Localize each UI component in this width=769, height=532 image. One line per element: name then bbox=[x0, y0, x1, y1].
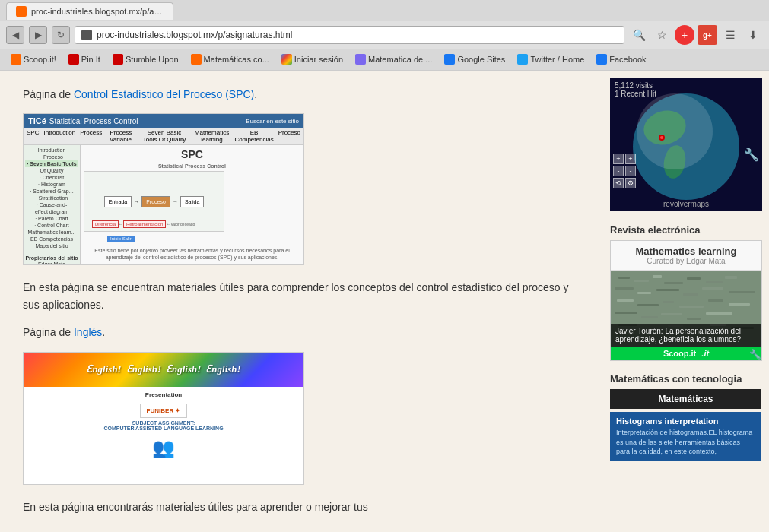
spc-nav-proceso: Proceso bbox=[278, 129, 300, 143]
revolver-label: revolvermaps bbox=[610, 200, 762, 208]
scoop-footer-dot: .it bbox=[701, 349, 709, 358]
arrow-right-1: → bbox=[134, 199, 139, 204]
scoop-card-image: Javier Tourón: La personalización del ap… bbox=[611, 271, 761, 347]
english-screenshot-container: Ɛnglish! Ɛnglish! Ɛnglish! Ɛnglish! Pres… bbox=[23, 352, 579, 485]
globe-tilt[interactable]: ⟲ bbox=[613, 178, 624, 188]
browser-chrome: proc-industriales.blogspot.mx/p/asignatu… bbox=[0, 0, 769, 71]
spc-nav-item-stratification[interactable]: · Stratification bbox=[25, 195, 78, 201]
bookmark-pinit[interactable]: Pin It bbox=[64, 52, 105, 66]
spc-nav-item-process[interactable]: · Proceso bbox=[25, 154, 78, 160]
spc-valor-box: Valor deseado bbox=[170, 222, 195, 226]
facebook-label: Facebook bbox=[609, 55, 646, 64]
tab-title: proc-industriales.blogspot.mx/p/asignatu… bbox=[31, 7, 164, 16]
bookmark-signin[interactable]: Iniciar sesión bbox=[277, 52, 348, 66]
stack-icon[interactable]: ☰ bbox=[720, 25, 740, 45]
scoop-tools-btn[interactable]: 🔧 bbox=[749, 349, 761, 360]
globe-zoom-in-2[interactable]: + bbox=[625, 154, 636, 164]
bookmark-facebook[interactable]: revolvermaps Facebook bbox=[592, 52, 650, 66]
download-icon[interactable]: ⬇ bbox=[743, 25, 763, 45]
globe-zoom-out[interactable]: - bbox=[613, 166, 624, 176]
gplus-icon[interactable]: g+ bbox=[698, 25, 717, 45]
address-bar[interactable]: proc-industriales.blogspot.mx/p/asignatu… bbox=[75, 26, 624, 44]
tab-favicon bbox=[16, 6, 27, 17]
svg-rect-30 bbox=[661, 313, 682, 315]
facebook-icon bbox=[596, 54, 607, 65]
spc-screenshot-container: TICé Statistical Process Control Buscar … bbox=[23, 113, 579, 265]
bookmark-label: Pin It bbox=[81, 55, 100, 64]
spc-nav-intro: Introduction bbox=[43, 129, 75, 143]
matematicas-button[interactable]: Matemáticas bbox=[610, 389, 761, 409]
svg-rect-24 bbox=[663, 301, 674, 303]
spc-flow-diagram: Entrada → Proceso → Salida bbox=[104, 196, 205, 207]
english-body: Presentation FUNIBER ✦ SUBJECT ASSIGNMEN… bbox=[24, 387, 303, 463]
bookmark-google-sites[interactable]: Google Sites bbox=[440, 52, 510, 66]
bookmark-matematicade[interactable]: Matematica de ... bbox=[351, 52, 437, 66]
funiber-box: FUNIBER ✦ bbox=[140, 404, 188, 418]
globe-zoom-in[interactable]: + bbox=[613, 154, 624, 164]
ingles-intro-paragraph: Página de Inglés. bbox=[23, 324, 579, 340]
arrow-right-2: → bbox=[173, 199, 178, 204]
funiber-subject: SUBJECT ASSIGNMENT: COMPUTER ASSISTED LA… bbox=[31, 420, 296, 431]
globe-controls: + + - - ⟲ ⚙ bbox=[613, 154, 636, 188]
spc-nav-item-histogram[interactable]: · Histogram bbox=[25, 181, 78, 188]
matematicas-title: Matemáticas con tecnologia bbox=[610, 367, 761, 385]
bookmark-label: Stumble Upon bbox=[126, 55, 179, 64]
spc-nav-bar: SPC Introduction Process Process variabl… bbox=[24, 128, 303, 145]
sidebar-tools-icon[interactable]: 🔧 bbox=[744, 147, 759, 162]
spc-nav-seven: Seven Basic Tools Of Quality bbox=[140, 129, 189, 143]
search-icon[interactable]: 🔍 bbox=[629, 25, 649, 45]
spc-start-btn[interactable]: Inicio Salir bbox=[107, 236, 135, 242]
back-button[interactable]: ◀ bbox=[6, 26, 24, 44]
svg-rect-21 bbox=[729, 291, 755, 293]
globe-container: 5,112 visits 1 Recent Hit bbox=[610, 78, 762, 216]
scoop-card: Mathematics learning Curated by Edgar Ma… bbox=[610, 240, 762, 361]
bookmark-label: Twitter / Home bbox=[530, 55, 584, 64]
bookmark-label: Iniciar sesión bbox=[294, 55, 343, 64]
bookmark-twitter[interactable]: Twitter / Home bbox=[513, 52, 589, 66]
spc-nav-item-edgar[interactable]: Edgar Mata bbox=[25, 261, 78, 265]
spc-nav-item-scattered[interactable]: · Scattered Grap... bbox=[25, 188, 78, 195]
spc-nav-item-effect[interactable]: effect diagram bbox=[25, 208, 78, 215]
scoop-footer[interactable]: Scoop.it .it bbox=[611, 347, 761, 360]
spc-link[interactable]: Control Estadístico del Proceso (SPC) bbox=[74, 88, 254, 100]
funiber-course: COMPUTER ASSISTED LANGUAGE LEARNING bbox=[31, 426, 296, 431]
scoopit-icon bbox=[11, 54, 21, 65]
spc-nav-item-control[interactable]: · Control Chart bbox=[25, 222, 78, 229]
globe-tilt-2[interactable]: ⚙ bbox=[625, 178, 636, 188]
spc-nav-item-cause[interactable]: · Cause-and- bbox=[25, 201, 78, 208]
spc-nav-item-pareto[interactable]: · Pareto Chart bbox=[25, 215, 78, 222]
english-word-2: Ɛnglish! bbox=[126, 363, 161, 375]
scoop-card-subtitle: Curated by Edgar Mata bbox=[617, 257, 755, 265]
spc-nav-item-math[interactable]: Mathematics learn... bbox=[25, 229, 78, 236]
people-icons: 👥 bbox=[31, 437, 296, 458]
bookmark-stumble[interactable]: Stumble Upon bbox=[108, 52, 183, 66]
spc-retro-box: Retroalimentación bbox=[123, 220, 166, 228]
spc-nav-item-ofquality[interactable]: Of Quality bbox=[25, 167, 78, 174]
svg-rect-16 bbox=[615, 287, 634, 290]
svg-rect-9 bbox=[618, 277, 630, 279]
globe-zoom-out-2[interactable]: - bbox=[625, 166, 636, 176]
bookmark-scoopit[interactable]: Scoop.it! bbox=[6, 52, 61, 66]
spc-nav-item-intro[interactable]: Introduction bbox=[25, 147, 78, 154]
english-subtitle: Presentation bbox=[31, 391, 296, 398]
bookmark-label: Matemáticas co... bbox=[204, 55, 269, 64]
spc-nav-item-seven[interactable]: · Seven Basic Tools bbox=[25, 160, 78, 167]
svg-rect-28 bbox=[615, 312, 637, 314]
svg-rect-32 bbox=[706, 312, 732, 315]
browser-tab[interactable]: proc-industriales.blogspot.mx/p/asignatu… bbox=[6, 2, 173, 20]
spc-nav-item-ebcomp[interactable]: EB Competencias bbox=[25, 236, 78, 242]
sidebar: 5,112 visits 1 Recent Hit bbox=[602, 71, 769, 532]
spc-nav-item-ebmapa[interactable]: Mapa del sitio bbox=[25, 242, 78, 249]
reload-button[interactable]: ↻ bbox=[52, 26, 70, 44]
ingles-link[interactable]: Inglés bbox=[74, 326, 102, 338]
extensions-icon[interactable]: + bbox=[675, 25, 694, 45]
address-text: proc-industriales.blogspot.mx/p/asignatu… bbox=[97, 30, 292, 40]
ingles-intro-text: Página de bbox=[23, 326, 71, 338]
svg-rect-14 bbox=[706, 281, 723, 283]
scoop-card-caption: Javier Tourón: La personalización del ap… bbox=[611, 324, 761, 347]
forward-button[interactable]: ▶ bbox=[29, 26, 47, 44]
bookmark-matematicas[interactable]: Matemáticas co... bbox=[186, 52, 274, 66]
star-icon[interactable]: ☆ bbox=[652, 25, 672, 45]
nav-bar: ◀ ▶ ↻ proc-industriales.blogspot.mx/p/as… bbox=[0, 21, 769, 49]
spc-nav-item-checklist[interactable]: · Checklist bbox=[25, 174, 78, 181]
